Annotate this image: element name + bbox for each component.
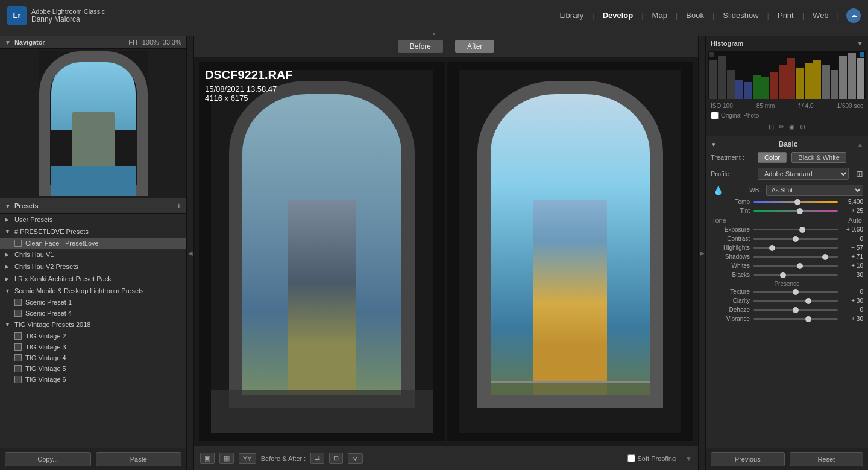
right-panel-bottom: Previous Reset: [706, 448, 868, 470]
preset-item-icon: [14, 240, 22, 247]
bottom-toolbar: ▣ ▦ YY Before & After : ⇄ ⊡ ⛛ Soft Proof…: [194, 446, 698, 470]
preset-group-chris-hau-v2[interactable]: ▶ Chris Hau V2 Presets: [0, 261, 186, 273]
preset-scenic-4[interactable]: Scenic Preset 4: [0, 308, 186, 319]
contrast-thumb[interactable]: [793, 236, 799, 242]
profile-select[interactable]: Adobe Standard: [758, 168, 849, 180]
cloud-icon[interactable]: ☁: [846, 8, 861, 23]
hist-meta: ISO 100 85 mm f / 4.0 1/600 sec: [708, 101, 866, 110]
spot-removal-icon[interactable]: ✏: [779, 123, 784, 131]
preset-item-icon: [14, 354, 22, 361]
reset-button[interactable]: Reset: [790, 452, 864, 466]
texture-thumb[interactable]: [793, 289, 799, 295]
shadows-thumb[interactable]: [822, 254, 828, 260]
tone-label: Tone: [712, 217, 726, 224]
swap-btn[interactable]: ⇄: [310, 453, 324, 464]
basic-arrow: ▼: [711, 141, 717, 148]
hist-focal: 85 mm: [756, 103, 775, 109]
nav-book[interactable]: Book: [680, 8, 710, 22]
copy-button[interactable]: Copy...: [5, 452, 91, 466]
wb-select[interactable]: As Shot: [766, 185, 863, 196]
blacks-thumb[interactable]: [780, 272, 786, 278]
original-photo-checkbox[interactable]: [711, 112, 719, 119]
exposure-thumb[interactable]: [799, 227, 805, 233]
blacks-value: − 30: [841, 272, 863, 278]
auto-button[interactable]: Auto: [848, 217, 862, 224]
texture-track: [753, 291, 838, 293]
nav-library[interactable]: Library: [554, 8, 590, 22]
view-btn-3[interactable]: YY: [239, 453, 256, 464]
preset-group-presetlove[interactable]: ▼ # PRESETLOVE Presets: [0, 226, 186, 238]
temp-thumb[interactable]: [794, 199, 800, 205]
contrast-label: Contrast: [711, 235, 750, 242]
preset-tig-2[interactable]: TIG Vintage 2: [0, 331, 186, 341]
color-button[interactable]: Color: [758, 152, 787, 163]
vibrance-thumb[interactable]: [805, 316, 811, 322]
clarity-label: Clarity: [711, 297, 750, 304]
tint-thumb[interactable]: [797, 208, 803, 214]
view-btn-2[interactable]: ▦: [219, 453, 234, 464]
preset-tig-3[interactable]: TIG Vintage 3: [0, 341, 186, 352]
soft-proofing-checkbox[interactable]: [627, 454, 635, 462]
navigator-fit[interactable]: FIT: [128, 39, 139, 46]
paste-button[interactable]: Paste: [96, 452, 182, 466]
nav-slideshow[interactable]: Slideshow: [717, 8, 764, 22]
bw-button[interactable]: Black & White: [791, 152, 846, 163]
nav-map[interactable]: Map: [646, 8, 673, 22]
hist-shutter: 1/600 sec: [837, 103, 863, 109]
preset-tig-5[interactable]: TIG Vintage 5: [0, 363, 186, 374]
preset-group-chris-hau-v1[interactable]: ▶ Chris Hau V1: [0, 249, 186, 261]
histogram-section: Histogram ▼: [706, 36, 868, 136]
masking-icon[interactable]: ⊙: [800, 123, 805, 131]
link-btn[interactable]: ⛛: [348, 453, 363, 464]
view-btn-1[interactable]: ▣: [200, 453, 215, 464]
whites-thumb[interactable]: [797, 263, 803, 269]
presence-label: Presence: [711, 281, 863, 287]
preset-scenic-1[interactable]: Scenic Preset 1: [0, 297, 186, 308]
preset-tig-4[interactable]: TIG Vintage 4: [0, 352, 186, 363]
clarity-thumb[interactable]: [805, 298, 811, 304]
preset-group-user-presets[interactable]: ▶ User Presets: [0, 214, 186, 226]
nav-menu: Library | Develop | Map | Book | Slidesh…: [554, 8, 861, 23]
hist-iso: ISO 100: [711, 103, 733, 109]
navigator-zoom2[interactable]: 33.3%: [163, 39, 181, 46]
highlights-thumb[interactable]: [769, 245, 775, 251]
nav-web[interactable]: Web: [807, 8, 835, 22]
treatment-label: Treatment :: [711, 154, 753, 161]
preset-group-kohki[interactable]: ▶ LR x Kohki Architect Preset Pack: [0, 273, 186, 285]
presets-header: ▼ Presets − +: [0, 198, 186, 214]
nav-print[interactable]: Print: [772, 8, 800, 22]
histogram-expand[interactable]: ▼: [857, 40, 863, 47]
vibrance-track: [753, 318, 838, 320]
right-collapse-tab[interactable]: ▶: [698, 36, 705, 470]
before-button[interactable]: Before: [398, 40, 443, 53]
after-button[interactable]: After: [455, 40, 494, 53]
preset-group-tig-vintage[interactable]: ▼ TIG Vintage Presets 2018: [0, 319, 186, 331]
preset-group-scenic[interactable]: ▼ Scenic Mobile & Desktop Lightroom Pres…: [0, 285, 186, 297]
navigator-zoom1[interactable]: 100%: [142, 39, 159, 46]
preset-clean-face[interactable]: Clean Face - PresetLove: [0, 238, 186, 249]
eyedropper-icon[interactable]: 💧: [713, 186, 723, 195]
navigator-thumbnail[interactable]: [0, 49, 186, 198]
profile-grid-icon[interactable]: ⊞: [856, 169, 863, 179]
nav-develop[interactable]: Develop: [597, 8, 640, 22]
presets-title: Presets: [14, 202, 168, 209]
vibrance-label: Vibrance: [711, 316, 750, 322]
navigator-header[interactable]: ▼ Navigator FIT 100% 33.3%: [0, 36, 186, 49]
presets-plus[interactable]: +: [177, 201, 181, 211]
dehaze-thumb[interactable]: [793, 307, 799, 313]
left-collapse-tab[interactable]: ◀: [187, 36, 194, 470]
basic-title: Basic: [778, 140, 797, 148]
histogram-canvas: [708, 51, 866, 99]
crop-icon[interactable]: ⊡: [769, 123, 774, 131]
previous-button[interactable]: Previous: [711, 452, 785, 466]
red-eye-icon[interactable]: ◉: [789, 123, 795, 131]
top-collapse-tab[interactable]: ▲: [0, 31, 868, 36]
basic-expand[interactable]: ▲: [857, 141, 863, 148]
copy-btn[interactable]: ⊡: [329, 453, 343, 464]
navigator-title: Navigator: [14, 39, 128, 46]
presets-minus[interactable]: −: [168, 201, 173, 211]
whites-label: Whites: [711, 262, 750, 269]
preset-tig-6[interactable]: TIG Vintage 6: [0, 374, 186, 385]
soft-proofing-check[interactable]: Soft Proofing: [627, 454, 676, 462]
expand-toolbar-btn[interactable]: ▼: [685, 455, 692, 462]
